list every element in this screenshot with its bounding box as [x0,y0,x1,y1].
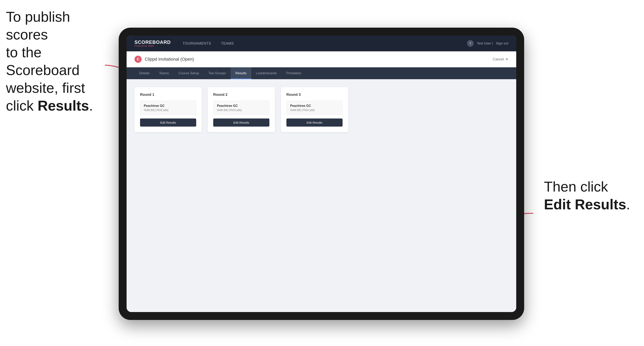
instruction-results-bold: Results [38,98,89,114]
sub-nav: Details Teams Course Setup Tee Groups Re… [126,67,516,79]
round-3-card: Round 3 Peachtree GC Gold (M) (7010 yds)… [281,87,348,132]
tournament-title: Clippd Invitational (Open) [145,57,194,62]
round-2-detail: Gold (M) (7010 yds) [217,108,266,112]
tab-details[interactable]: Details [134,67,154,79]
round-1-card: Round 1 Peachtree GC Gold (M) (7010 yds)… [134,87,202,132]
logo-scoreboard: SCOREBOARD [134,40,171,45]
round-3-detail: Gold (M) (7010 yds) [290,108,339,112]
tab-leaderboards[interactable]: Leaderboards [252,67,282,79]
sign-out-link[interactable]: Sign out [496,41,508,45]
tournament-icon: C [134,56,142,63]
instruction-then-click: Then click [544,179,608,194]
instruction-line4-suffix: . [89,98,93,114]
instruction-right-suffix: . [626,196,630,212]
close-icon: ✕ [505,57,508,61]
round-1-course: Peachtree GC [144,104,192,108]
nav-links: TOURNAMENTS TEAMS [182,41,467,46]
nav-right: T Test User | Sign out [467,40,508,47]
tournament-header: C Clippd Invitational (Open) Cancel ✕ [126,51,516,67]
cancel-label: Cancel [493,57,504,61]
rounds-grid: Round 1 Peachtree GC Gold (M) (7010 yds)… [134,87,508,132]
instruction-line1: To publish scores [6,9,70,42]
nav-tournaments[interactable]: TOURNAMENTS [182,41,211,46]
instruction-line3: website, first [6,80,85,96]
instruction-edit-results-bold: Edit Results [544,196,626,212]
round-2-course: Peachtree GC [217,104,266,108]
round-1-title: Round 1 [140,93,196,97]
logo-area: SCOREBOARD Powered by clippd [134,40,171,47]
user-avatar: T [467,40,474,47]
tablet-frame: SCOREBOARD Powered by clippd TOURNAMENTS… [119,28,524,320]
edit-results-round-3[interactable]: Edit Results [286,119,342,127]
round-2-title: Round 2 [213,93,270,97]
tablet-screen: SCOREBOARD Powered by clippd TOURNAMENTS… [126,35,516,312]
tab-printables[interactable]: Printables [282,67,306,79]
round-3-course: Peachtree GC [290,104,339,108]
instruction-line2: to the Scoreboard [6,44,80,78]
tab-course-setup[interactable]: Course Setup [174,67,204,79]
edit-results-round-2[interactable]: Edit Results [213,119,270,127]
rounds-content: Round 1 Peachtree GC Gold (M) (7010 yds)… [126,79,516,312]
round-3-info: Peachtree GC Gold (M) (7010 yds) [286,101,342,115]
tab-results[interactable]: Results [230,67,252,79]
user-text: Test User | [477,41,493,45]
cancel-button[interactable]: Cancel ✕ [493,57,508,61]
round-3-title: Round 3 [286,93,342,97]
round-1-info: Peachtree GC Gold (M) (7010 yds) [140,101,196,115]
tab-tee-groups[interactable]: Tee Groups [204,67,230,79]
top-nav: SCOREBOARD Powered by clippd TOURNAMENTS… [126,35,516,51]
instruction-right: Then click Edit Results. [544,178,630,213]
round-2-info: Peachtree GC Gold (M) (7010 yds) [213,101,270,115]
round-1-detail: Gold (M) (7010 yds) [144,108,192,112]
instruction-left: To publish scores to the Scoreboard webs… [6,8,109,115]
nav-teams[interactable]: TEAMS [221,41,234,46]
instruction-line4-prefix: click [6,98,38,114]
round-2-card: Round 2 Peachtree GC Gold (M) (7010 yds)… [208,87,275,132]
tab-teams[interactable]: Teams [154,67,174,79]
edit-results-round-1[interactable]: Edit Results [140,119,196,127]
logo-sub: Powered by clippd [134,45,171,47]
tournament-title-row: C Clippd Invitational (Open) [134,56,194,63]
content-area: C Clippd Invitational (Open) Cancel ✕ De… [126,51,516,312]
